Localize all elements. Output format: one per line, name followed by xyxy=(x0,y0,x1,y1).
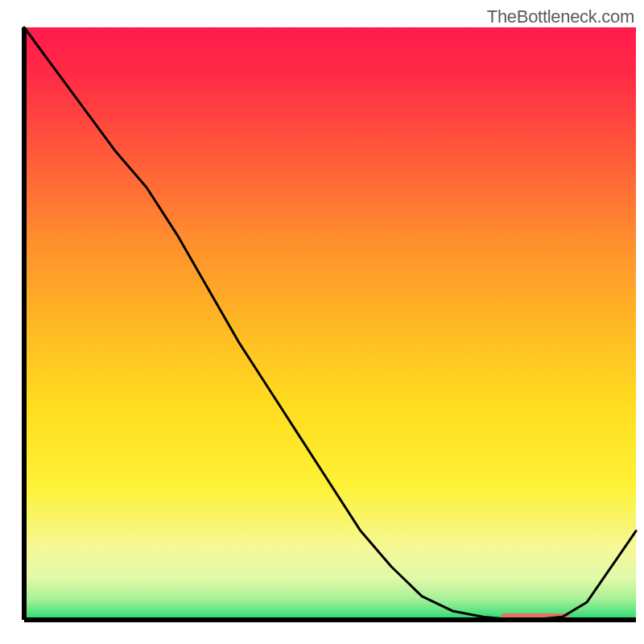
gradient-background xyxy=(24,27,636,620)
bottleneck-chart xyxy=(0,0,644,644)
chart-container: TheBottleneck.com xyxy=(0,0,644,644)
